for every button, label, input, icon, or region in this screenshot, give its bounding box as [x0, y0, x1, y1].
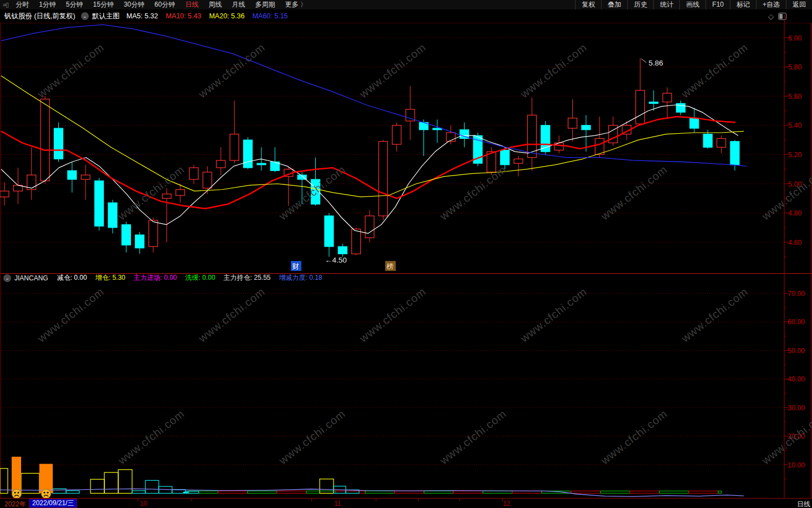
- tool-menu-item-1[interactable]: 叠加: [601, 0, 627, 9]
- svg-text:30.00: 30.00: [788, 404, 805, 412]
- menu-item-5[interactable]: 60分钟: [149, 0, 180, 9]
- svg-text:5.60: 5.60: [788, 93, 801, 100]
- candles-layer: [0, 58, 739, 257]
- menu-item-3[interactable]: 15分钟: [88, 0, 119, 9]
- indicator-fields: 减仓: 0.00增仓: 5.30主力进场: 0.00洗缓: 0.00主力持仓: …: [57, 273, 331, 283]
- annotations-layer: 5.86←4.50财榜: [291, 59, 663, 271]
- month-label: 12: [503, 500, 510, 507]
- period-menu: 分时1分钟5分钟15分钟30分钟60分钟日线周线月线多周期更多 〉: [11, 0, 312, 9]
- tool-menu-item-0[interactable]: 复权: [575, 0, 601, 9]
- ma-values: MA5: 5.32MA10: 5.43MA20: 5.36MA60: 5.15: [127, 12, 296, 20]
- chart-style-label[interactable]: 默认主图: [92, 12, 120, 21]
- chevron-down-icon[interactable]: ⌄: [3, 274, 11, 282]
- menu-item-8[interactable]: 月线: [227, 0, 250, 9]
- tool-menu-item-5[interactable]: F10: [705, 0, 730, 9]
- svg-text:4.80: 4.80: [788, 209, 801, 217]
- tool-menu-item-6[interactable]: 标记: [730, 0, 756, 9]
- svg-text:←4.50: ←4.50: [325, 256, 347, 264]
- tool-menu-item-2[interactable]: 历史: [627, 0, 653, 9]
- svg-text:40.00: 40.00: [788, 375, 805, 383]
- indicator-field-3: 洗缓: 0.00: [185, 274, 215, 281]
- time-axis-bar: 2022年 2022/09/21/三 101112 日线: [0, 498, 812, 508]
- menu-item-2[interactable]: 5分钟: [61, 0, 88, 9]
- menu-item-0[interactable]: 分时: [11, 0, 34, 9]
- menu-item-10[interactable]: 更多 〉: [280, 0, 312, 9]
- indicator-header: ⌄ JIANCANG 减仓: 0.00增仓: 5.30主力进场: 0.00洗缓:…: [0, 274, 783, 282]
- svg-text:5.40: 5.40: [788, 122, 801, 129]
- chevron-down-icon[interactable]: ⌄: [81, 12, 89, 20]
- time-tick: [460, 499, 460, 501]
- axis-border-stub: [784, 15, 785, 23]
- ma-value-3: MA60: 5.15: [253, 12, 288, 20]
- sad-emoji-icon: [42, 489, 51, 499]
- tools-menu: 复权叠加历史统计画线F10标记+自选返回: [575, 0, 812, 9]
- period-indicator-label: 日线: [797, 500, 810, 508]
- menu-item-4[interactable]: 30分钟: [119, 0, 149, 9]
- series-MA60: [1, 24, 747, 166]
- app-window: »▯ 分时1分钟5分钟15分钟30分钟60分钟日线周线月线多周期更多 〉 复权叠…: [0, 0, 812, 508]
- time-tick: [418, 499, 418, 501]
- tool-menu-item-8[interactable]: 返回: [786, 0, 812, 9]
- jiancang-layer: [0, 457, 744, 499]
- chart-info-bar: 钒钛股份 (日线,前复权) ⌄ 默认主图 MA5: 5.32MA10: 5.43…: [0, 9, 812, 23]
- selected-date-box[interactable]: 2022/09/21/三: [29, 499, 77, 508]
- stock-title: 钒钛股份 (日线,前复权): [4, 12, 75, 21]
- indicator-field-2: 主力进场: 0.00: [134, 274, 177, 281]
- sad-emoji-icon: [12, 489, 22, 499]
- svg-text:5.80: 5.80: [788, 63, 801, 71]
- indicator-field-1: 增仓: 5.30: [95, 274, 125, 281]
- year-label: 2022年: [4, 500, 26, 508]
- indicator-name[interactable]: JIANCANG: [14, 274, 48, 282]
- svg-text:6.00: 6.00: [788, 34, 801, 42]
- month-label: 11: [334, 500, 341, 507]
- top-menu-bar: »▯ 分时1分钟5分钟15分钟30分钟60分钟日线周线月线多周期更多 〉 复权叠…: [0, 0, 812, 9]
- menu-item-9[interactable]: 多周期: [250, 0, 280, 9]
- time-tick: [191, 499, 192, 501]
- chart-frame: 6.005.805.605.405.205.004.804.6070.0060.…: [0, 23, 812, 508]
- time-tick: [502, 499, 503, 501]
- split-panel-icon[interactable]: [778, 13, 786, 20]
- menu-item-6[interactable]: 日线: [180, 0, 204, 9]
- svg-text:60.00: 60.00: [788, 318, 805, 326]
- ma-value-0: MA5: 5.32: [127, 12, 158, 20]
- ma-value-1: MA10: 5.43: [166, 12, 201, 20]
- collapse-panel-icon[interactable]: »▯: [0, 1, 11, 8]
- ma-value-2: MA20: 5.36: [209, 12, 245, 20]
- diamond-icon[interactable]: ◇: [768, 12, 774, 21]
- svg-text:5.20: 5.20: [788, 151, 801, 159]
- svg-text:5.86: 5.86: [648, 59, 663, 67]
- svg-text:榜: 榜: [386, 263, 394, 270]
- month-label: 10: [140, 500, 147, 507]
- indicator-field-4: 主力持仓: 25.55: [224, 274, 271, 281]
- svg-text:4.60: 4.60: [788, 239, 801, 247]
- tool-menu-item-3[interactable]: 统计: [653, 0, 679, 9]
- svg-text:50.00: 50.00: [788, 347, 805, 355]
- tool-menu-item-4[interactable]: 画线: [679, 0, 705, 9]
- menu-item-1[interactable]: 1分钟: [34, 0, 61, 9]
- indicator-field-0: 减仓: 0.00: [57, 274, 87, 281]
- indicator-field-5: 增减力度: 0.18: [279, 274, 322, 281]
- menu-item-7[interactable]: 周线: [204, 0, 227, 9]
- time-tick: [138, 499, 138, 501]
- svg-text:5.00: 5.00: [788, 180, 801, 188]
- tool-menu-item-7[interactable]: +自选: [756, 0, 786, 9]
- svg-text:财: 财: [292, 263, 300, 270]
- time-tick: [376, 499, 376, 501]
- chart-canvas[interactable]: 6.005.805.605.405.205.004.804.6070.0060.…: [0, 0, 812, 508]
- svg-text:10.00: 10.00: [788, 461, 805, 469]
- svg-text:20.00: 20.00: [788, 432, 805, 440]
- svg-text:70.00: 70.00: [788, 290, 805, 298]
- time-tick: [311, 499, 312, 501]
